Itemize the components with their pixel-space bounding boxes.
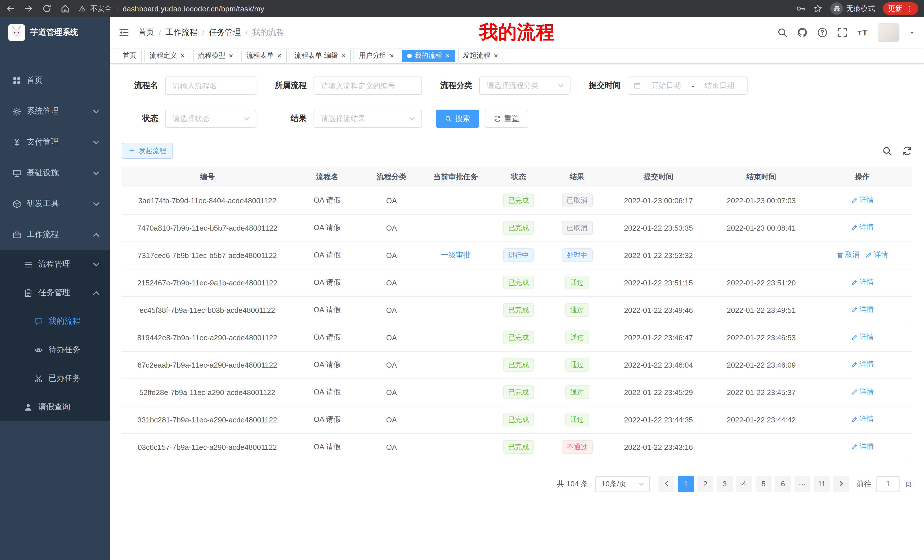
- sidebar-item-done-tasks[interactable]: 已办任务: [0, 364, 110, 393]
- sidebar-item-my-process[interactable]: 我的流程: [0, 307, 110, 335]
- cell-end-time: 2022-01-22 23:46:53: [710, 324, 813, 351]
- status-select[interactable]: 请选择状态: [165, 109, 256, 128]
- create-process-button[interactable]: 发起流程: [122, 143, 173, 159]
- page-button-1[interactable]: 1: [678, 476, 694, 492]
- back-icon[interactable]: [6, 4, 15, 13]
- tab-close-icon[interactable]: ×: [180, 52, 185, 59]
- cell-process-category: OA: [362, 351, 422, 379]
- hamburger-icon[interactable]: [119, 28, 129, 37]
- browser-menu-icon[interactable]: ⋮: [906, 4, 913, 13]
- tab-process-model[interactable]: 流程模型×: [193, 49, 238, 62]
- breadcrumb-item[interactable]: 首页: [138, 27, 154, 38]
- breadcrumb-item[interactable]: 工作流程: [166, 27, 198, 38]
- detail-action-link[interactable]: 详情: [851, 223, 874, 233]
- tab-start-process[interactable]: 发起流程×: [458, 49, 503, 62]
- page-button-3[interactable]: 3: [717, 476, 733, 492]
- edit-icon: [851, 416, 858, 423]
- tags-view: 首页流程定义×流程模型×流程表单×流程表单-编辑×用户分组×我的流程×发起流程×: [110, 48, 924, 64]
- search-icon[interactable]: [777, 27, 788, 38]
- detail-action-link[interactable]: 详情: [851, 415, 874, 424]
- sidebar-item-workflow[interactable]: 工作流程: [0, 219, 110, 250]
- search-button[interactable]: 搜索: [436, 109, 479, 128]
- cell-process-name: OA 请假: [293, 433, 362, 461]
- tab-user-group[interactable]: 用户分组×: [354, 49, 399, 62]
- avatar-caret-down-icon[interactable]: [909, 30, 915, 35]
- tab-close-icon[interactable]: ×: [229, 52, 233, 59]
- current-task-link[interactable]: 一级审批: [441, 251, 471, 259]
- tab-home[interactable]: 首页: [118, 49, 142, 62]
- detail-action-link[interactable]: 详情: [851, 387, 874, 397]
- update-button[interactable]: 更新 ⋮: [883, 2, 918, 15]
- detail-action-link[interactable]: 详情: [851, 332, 874, 342]
- sidebar-item-leave-query[interactable]: 请假查询: [0, 393, 110, 421]
- key-icon[interactable]: [796, 4, 805, 13]
- result-select[interactable]: 请选择流结果: [314, 109, 422, 128]
- cell-submit-time: 2022-01-22 23:44:35: [607, 406, 710, 433]
- avatar[interactable]: [878, 23, 900, 42]
- cancel-action-link[interactable]: 取消: [837, 250, 860, 260]
- url-text[interactable]: dashboard.yudao.iocoder.cn/bpm/task/my: [123, 4, 264, 13]
- sidebar-item-dev-tools[interactable]: 研发工具: [0, 189, 110, 219]
- bookmark-star-icon[interactable]: [813, 4, 822, 13]
- category-select[interactable]: 请选择流程分类: [479, 76, 570, 95]
- detail-action-link[interactable]: 详情: [851, 442, 874, 452]
- tab-process-form[interactable]: 流程表单×: [241, 49, 286, 62]
- sidebar-item-system-mgmt[interactable]: 系统管理: [0, 96, 110, 127]
- cell-process-category: OA: [362, 241, 422, 269]
- cell-status: 已完成: [490, 269, 547, 296]
- sidebar-item-label: 工作流程: [27, 229, 59, 240]
- tab-process-form-edit[interactable]: 流程表单-编辑×: [290, 49, 351, 62]
- tab-close-icon[interactable]: ×: [494, 52, 498, 59]
- page-button-6[interactable]: 6: [775, 476, 791, 492]
- cell-submit-time: 2022-01-22 23:51:15: [607, 269, 710, 296]
- fullscreen-icon[interactable]: [837, 27, 848, 38]
- sidebar-item-home[interactable]: 首页: [0, 65, 110, 96]
- owner-process-input[interactable]: [314, 76, 422, 95]
- address-bar[interactable]: 不安全 | dashboard.yudao.iocoder.cn/bpm/tas…: [79, 4, 792, 13]
- breadcrumb-item[interactable]: 任务管理: [209, 27, 241, 38]
- tab-close-icon[interactable]: ×: [390, 52, 394, 59]
- submit-time-range-picker[interactable]: 开始日期 - 结束日期: [628, 76, 747, 95]
- detail-action-link[interactable]: 详情: [865, 250, 888, 260]
- page-button-4[interactable]: 4: [736, 476, 752, 492]
- page-ellipsis[interactable]: ···: [794, 476, 810, 492]
- browser-home-icon[interactable]: [60, 4, 70, 13]
- tab-my-process[interactable]: 我的流程×: [402, 49, 455, 62]
- reset-button[interactable]: 重置: [485, 109, 528, 128]
- tab-close-icon[interactable]: ×: [277, 52, 281, 59]
- reload-icon[interactable]: [42, 4, 51, 13]
- sidebar-item-process-mgmt[interactable]: 流程管理: [0, 250, 110, 279]
- github-icon[interactable]: [798, 27, 808, 38]
- cell-current-task: [422, 269, 490, 296]
- detail-action-link[interactable]: 详情: [851, 278, 874, 287]
- page-button-11[interactable]: 11: [814, 476, 830, 492]
- sidebar-item-label: 任务管理: [38, 288, 70, 298]
- page-button-5[interactable]: 5: [756, 476, 771, 492]
- tab-close-icon[interactable]: ×: [342, 52, 346, 59]
- detail-action-link[interactable]: 详情: [851, 196, 874, 205]
- goto-page-input[interactable]: [876, 476, 900, 492]
- refresh-table-icon[interactable]: [902, 146, 912, 156]
- help-icon[interactable]: [818, 27, 828, 38]
- toggle-search-icon[interactable]: [882, 146, 892, 156]
- sidebar-item-infrastructure[interactable]: 基础设施: [0, 157, 110, 189]
- prev-page-button[interactable]: [658, 476, 675, 492]
- sidebar-item-payment-mgmt[interactable]: 支付管理: [0, 127, 110, 157]
- cell-status: 已完成: [490, 406, 547, 433]
- page-button-2[interactable]: 2: [697, 476, 713, 492]
- process-name-input[interactable]: [165, 76, 256, 95]
- detail-action-link[interactable]: 详情: [851, 305, 874, 315]
- security-label[interactable]: 不安全: [90, 4, 112, 13]
- tab-close-icon[interactable]: ×: [446, 52, 450, 59]
- font-size-icon[interactable]: тT: [858, 27, 868, 38]
- detail-action-link[interactable]: 详情: [851, 360, 874, 370]
- page-size-select[interactable]: 10条/页: [595, 476, 650, 492]
- sidebar-item-todo-tasks[interactable]: 待办任务: [0, 335, 110, 364]
- app-logo[interactable]: 芋道管理系统: [0, 17, 110, 48]
- cell-result: 通过: [547, 406, 607, 433]
- sidebar-item-task-mgmt[interactable]: 任务管理: [0, 279, 110, 307]
- forward-icon[interactable]: [24, 4, 33, 13]
- next-page-button[interactable]: [833, 476, 849, 492]
- table-row: 03c6c157-7b9a-11ec-a290-acde48001122OA 请…: [122, 433, 912, 461]
- tab-process-definition[interactable]: 流程定义×: [144, 49, 190, 62]
